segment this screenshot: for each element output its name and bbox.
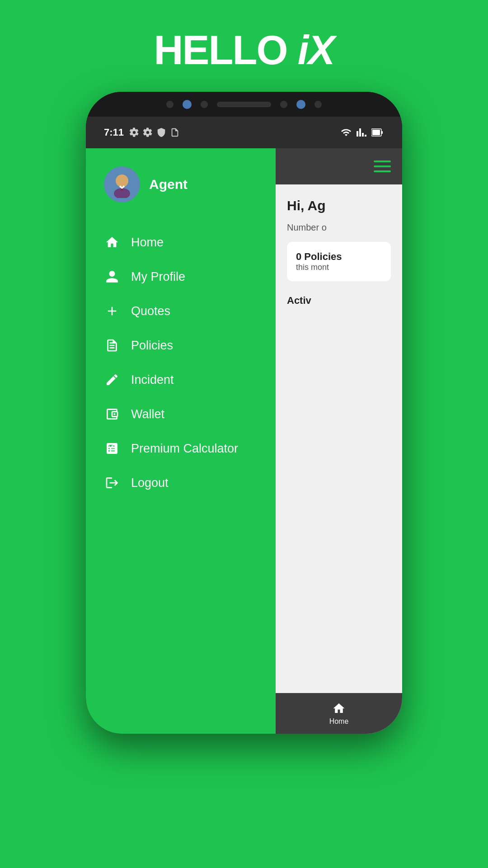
- person-icon: [104, 269, 120, 285]
- sensor-blue: [296, 100, 305, 109]
- home-label: Home: [131, 236, 164, 250]
- avatar: [104, 166, 140, 203]
- camera-row: [86, 92, 402, 117]
- app-title-ix: iX: [297, 28, 334, 73]
- gear-icon-2: [143, 127, 153, 137]
- plus-icon: [104, 303, 120, 319]
- shield-icon: [156, 127, 166, 137]
- status-bar: 7:11: [86, 117, 402, 148]
- bottom-nav-home[interactable]: Home: [329, 702, 349, 726]
- navigation-drawer: Agent Home My Profile: [86, 148, 276, 734]
- sub-text: Number o: [287, 222, 391, 233]
- policy-label: this mont: [296, 263, 382, 272]
- main-header: [276, 148, 402, 184]
- greeting-text: Hi, Ag: [287, 198, 391, 213]
- sidebar-item-policies[interactable]: Policies: [104, 328, 262, 363]
- sidebar-item-logout[interactable]: Logout: [104, 466, 262, 500]
- screen: Agent Home My Profile: [86, 148, 402, 734]
- svg-rect-1: [381, 131, 383, 134]
- sidebar-item-incident[interactable]: Incident: [104, 363, 262, 397]
- speaker-grill: [217, 102, 271, 107]
- file-icon: [170, 127, 180, 137]
- wallet-icon: [104, 406, 120, 422]
- svg-point-3: [116, 175, 128, 187]
- my-profile-label: My Profile: [131, 270, 185, 284]
- logout-icon: [104, 475, 120, 491]
- battery-icon: [371, 127, 384, 138]
- camera-dot: [166, 101, 174, 108]
- wallet-label: Wallet: [131, 407, 164, 421]
- sidebar-item-my-profile[interactable]: My Profile: [104, 259, 262, 294]
- sensor-dot-3: [314, 101, 322, 108]
- menu-button[interactable]: [374, 160, 391, 172]
- bottom-home-icon: [332, 702, 346, 715]
- document-icon: [104, 337, 120, 354]
- status-time: 7:11: [104, 127, 124, 138]
- hamburger-line-2: [374, 165, 391, 167]
- calculator-icon: [104, 440, 120, 457]
- edit-icon: [104, 372, 120, 388]
- bottom-home-label: Home: [329, 717, 349, 726]
- app-title-hello: HELLO: [154, 28, 297, 73]
- home-icon: [104, 234, 120, 250]
- signal-icon: [356, 127, 367, 138]
- active-label: Activ: [287, 295, 391, 307]
- app-title: HELLO iX: [154, 27, 334, 74]
- logout-label: Logout: [131, 476, 169, 490]
- sidebar-item-wallet[interactable]: Wallet: [104, 397, 262, 431]
- policy-box: 0 Policies this mont: [287, 242, 391, 281]
- sidebar-item-premium-calculator[interactable]: Premium Calculator: [104, 431, 262, 466]
- sidebar-item-home[interactable]: Home: [104, 225, 262, 259]
- drawer-user-section: Agent: [104, 166, 262, 203]
- status-time-area: 7:11: [104, 127, 180, 138]
- incident-label: Incident: [131, 373, 174, 387]
- policies-label: Policies: [131, 339, 173, 353]
- sensor-dot: [201, 101, 208, 108]
- hamburger-line-1: [374, 160, 391, 162]
- drawer-user-name: Agent: [149, 177, 188, 192]
- svg-point-7: [113, 413, 115, 415]
- gear-icon-1: [129, 127, 139, 137]
- policy-count: 0 Policies: [296, 251, 382, 263]
- wifi-icon: [341, 127, 352, 138]
- main-content: Hi, Ag Number o 0 Policies this mont Act…: [276, 148, 402, 734]
- avatar-image: [108, 171, 136, 198]
- phone-frame: 7:11: [86, 92, 402, 734]
- front-camera: [183, 100, 192, 109]
- sensor-dot-2: [280, 101, 287, 108]
- status-right-icons: [341, 127, 384, 138]
- main-body: Hi, Ag Number o 0 Policies this mont Act…: [276, 184, 402, 693]
- bottom-nav: Home: [276, 693, 402, 734]
- svg-rect-2: [372, 130, 380, 135]
- quotes-label: Quotes: [131, 304, 170, 318]
- hamburger-line-3: [374, 170, 391, 172]
- status-icons: [129, 127, 180, 137]
- premium-calculator-label: Premium Calculator: [131, 442, 238, 456]
- sidebar-item-quotes[interactable]: Quotes: [104, 294, 262, 328]
